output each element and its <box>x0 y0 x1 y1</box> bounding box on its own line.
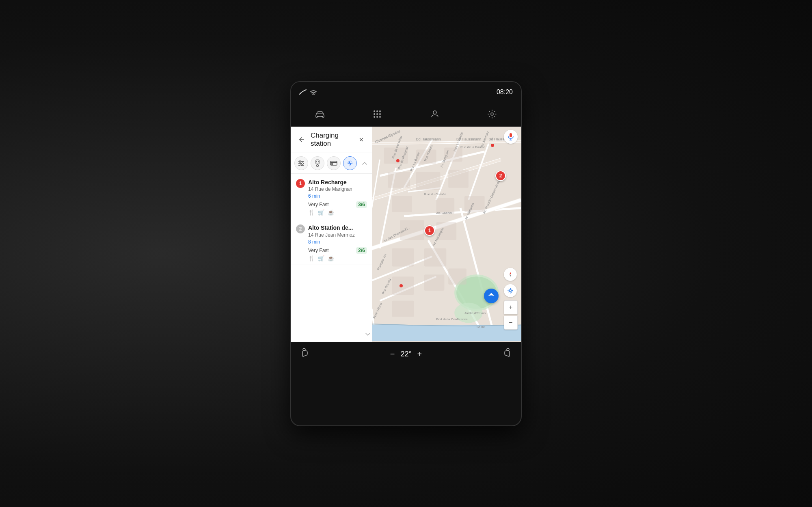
station-1-speed: Very Fast <box>308 202 329 207</box>
seat-left-icon[interactable] <box>299 347 311 360</box>
map-pin-1[interactable]: 1 <box>424 225 435 236</box>
bottom-bar: − 22° + <box>291 342 521 366</box>
map-dot-1 <box>491 144 494 147</box>
shopping-icon-2: 🛒 <box>318 255 324 261</box>
map-dot-2 <box>396 159 400 162</box>
svg-point-5 <box>379 110 381 112</box>
filter-tabs <box>291 153 372 174</box>
svg-point-4 <box>376 110 378 112</box>
station-1-speed-row: Very Fast 3/6 <box>308 201 367 208</box>
location-button[interactable] <box>504 284 517 297</box>
search-header: Charging station <box>291 127 372 153</box>
station-1-time: 6 min <box>308 193 367 199</box>
status-icons <box>299 89 317 95</box>
svg-rect-33 <box>424 274 445 291</box>
scroll-up-button[interactable] <box>361 159 369 167</box>
svg-rect-24 <box>448 170 469 188</box>
svg-rect-30 <box>392 248 414 266</box>
svg-text:Rue du Colisée: Rue du Colisée <box>424 192 447 196</box>
search-title: Charging station <box>311 132 352 148</box>
filter-sliders-tab[interactable] <box>294 156 308 170</box>
svg-text:Jardin d'Erivan: Jardin d'Erivan <box>464 311 486 315</box>
station-2-header: 2 Alto Station de... 14 Rue Jean Mermoz … <box>296 224 367 245</box>
svg-rect-34 <box>448 268 466 285</box>
restaurant-icon-2: 🍴 <box>308 255 315 261</box>
station-1-header: 1 Alto Recharge 14 Rue de Marignan 6 min <box>296 179 367 199</box>
station-card-2[interactable]: 2 Alto Station de... 14 Rue Jean Mermoz … <box>291 219 372 265</box>
station-2-number: 2 <box>296 224 305 233</box>
station-card-1[interactable]: 1 Alto Recharge 14 Rue de Marignan 6 min… <box>291 174 372 220</box>
filter-fastcharge-tab[interactable] <box>343 156 357 170</box>
svg-point-9 <box>374 116 375 118</box>
svg-point-76 <box>300 165 302 166</box>
svg-point-0 <box>313 94 314 95</box>
nav-car-button[interactable] <box>313 107 327 121</box>
map-pin-2[interactable]: 2 <box>495 170 506 181</box>
station-2-speed-row: Very Fast 2/6 <box>308 247 367 254</box>
cafe-icon: ☕ <box>328 209 334 216</box>
station-2-info: Alto Station de... 14 Rue Jean Mermoz 8 … <box>308 224 367 245</box>
nav-apps-button[interactable] <box>370 107 384 121</box>
zoom-in-button[interactable]: + <box>504 300 518 314</box>
svg-point-10 <box>376 116 378 118</box>
station-1-number: 1 <box>296 179 305 188</box>
wifi-icon <box>310 89 317 95</box>
temp-plus-button[interactable]: + <box>417 350 422 359</box>
svg-text:Bd Haussmann: Bd Haussmann <box>416 137 441 141</box>
station-2-amenities: 🍴 🛒 ☕ <box>308 255 367 261</box>
station-2-address: 14 Rue Jean Mermoz <box>308 232 367 239</box>
compass-button[interactable] <box>504 268 517 281</box>
svg-point-3 <box>374 110 375 112</box>
svg-point-84 <box>303 348 305 351</box>
station-2-time: 8 min <box>308 239 367 245</box>
svg-point-13 <box>491 113 493 115</box>
station-1-availability: 3/6 <box>356 201 367 208</box>
svg-point-6 <box>374 113 375 115</box>
temp-display: 22° <box>400 350 411 358</box>
station-1-address: 14 Rue de Marignan <box>308 186 367 193</box>
temp-minus-button[interactable]: − <box>390 350 395 359</box>
svg-rect-31 <box>424 248 447 266</box>
svg-point-11 <box>379 116 381 118</box>
svg-point-1 <box>317 116 318 117</box>
station-2-speed: Very Fast <box>308 248 329 253</box>
back-button[interactable] <box>296 134 307 145</box>
svg-point-85 <box>507 348 509 351</box>
filter-evplug-tab[interactable] <box>311 156 324 170</box>
svg-text:Seine: Seine <box>477 325 485 329</box>
navigate-button[interactable] <box>484 289 499 303</box>
zoom-out-button[interactable]: − <box>504 316 518 330</box>
voice-button[interactable] <box>504 130 518 144</box>
results-list: 1 Alto Recharge 14 Rue de Marignan 6 min… <box>291 174 372 265</box>
station-1-amenities: 🍴 🛒 ☕ <box>308 209 367 216</box>
map-controls: + − <box>504 268 518 330</box>
svg-rect-25 <box>392 196 412 212</box>
svg-point-63 <box>509 289 511 291</box>
station-1-name: Alto Recharge <box>308 179 367 186</box>
svg-rect-83 <box>331 164 333 164</box>
scroll-down-indicator[interactable] <box>364 330 372 339</box>
filter-card-tab[interactable] <box>327 156 341 170</box>
svg-point-72 <box>299 161 301 162</box>
status-bar: 08:20 <box>291 82 521 102</box>
svg-text:Av. Gabriel: Av. Gabriel <box>436 211 452 215</box>
search-panel: Charging station <box>291 127 372 342</box>
map-dot-3 <box>400 284 403 287</box>
svg-point-64 <box>508 288 513 293</box>
svg-rect-32 <box>392 276 414 295</box>
temp-control: − 22° + <box>390 350 422 359</box>
station-2-name: Alto Station de... <box>308 224 367 231</box>
svg-rect-22 <box>388 172 410 188</box>
close-button[interactable] <box>356 134 367 145</box>
station-2-availability: 2/6 <box>356 247 367 254</box>
main-content: Bd Haussmann Bd Haussmann Bd Haussmann R… <box>291 127 521 342</box>
seat-right-icon[interactable] <box>501 347 513 360</box>
nav-bar <box>291 102 521 127</box>
svg-rect-23 <box>416 172 441 190</box>
svg-point-12 <box>433 111 436 114</box>
svg-point-74 <box>302 163 303 164</box>
signal-icon <box>299 89 307 95</box>
nav-settings-button[interactable] <box>485 107 499 121</box>
nav-account-button[interactable] <box>428 107 442 121</box>
svg-text:Rue de la Baume: Rue de la Baume <box>460 145 486 149</box>
